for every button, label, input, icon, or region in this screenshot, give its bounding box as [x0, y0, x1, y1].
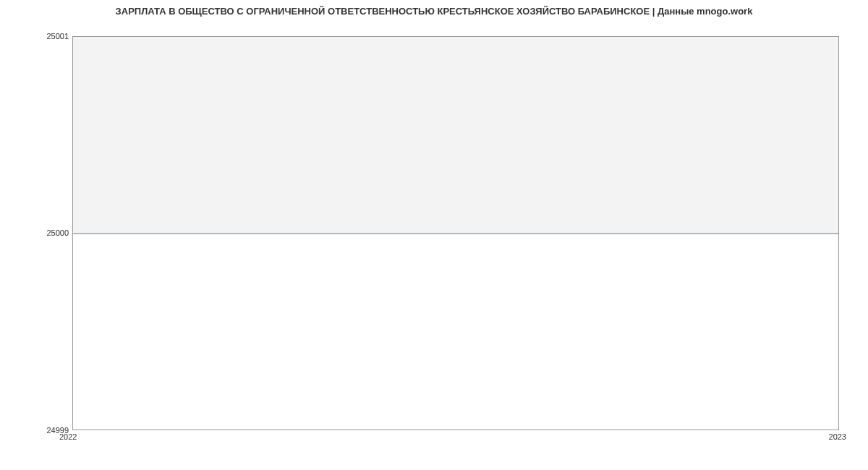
chart-plot-area — [72, 36, 839, 430]
chart-grid-band — [73, 37, 838, 234]
y-axis-tick-label: 25001 — [46, 32, 69, 40]
chart-title: ЗАРПЛАТА В ОБЩЕСТВО С ОГРАНИЧЕННОЙ ОТВЕТ… — [0, 6, 868, 17]
chart-series-line — [73, 233, 838, 234]
y-axis-tick-label: 25000 — [46, 228, 69, 237]
x-axis-tick-label: 2022 — [59, 432, 77, 441]
x-axis-tick-label: 2023 — [829, 432, 846, 441]
